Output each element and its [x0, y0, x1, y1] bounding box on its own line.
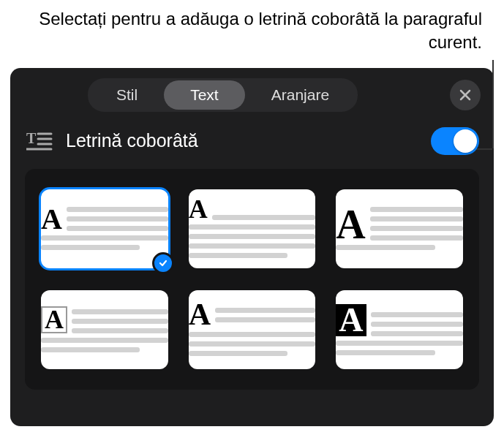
dropcap-section-icon: T	[25, 126, 54, 156]
text-line	[72, 328, 168, 333]
dropcap-glyph: A	[45, 309, 64, 330]
section-title: Letrină coborâtă	[66, 130, 198, 151]
text-line	[189, 341, 316, 347]
dropcap-style-2[interactable]: A	[189, 189, 316, 268]
text-line	[212, 215, 316, 220]
callout-leader-line	[492, 60, 494, 148]
text-line	[189, 234, 316, 239]
text-line	[370, 207, 463, 212]
text-line	[336, 341, 463, 346]
dropcap-style-1[interactable]: A	[41, 189, 168, 268]
dropcap-glyph: A	[189, 303, 211, 327]
text-line	[41, 347, 140, 352]
text-line	[370, 235, 463, 241]
text-line	[215, 308, 315, 313]
text-line	[41, 245, 140, 250]
panel-topbar: Stil Text Aranjare	[10, 68, 494, 122]
text-line	[370, 226, 463, 231]
dropcap-glyph: A	[41, 208, 62, 231]
text-line	[336, 350, 435, 355]
tab-arrange[interactable]: Aranjare	[245, 80, 356, 110]
dropcap-glyph: A	[189, 199, 208, 220]
dropcap-section-row: T Letrină coborâtă	[10, 122, 494, 169]
dropcap-toggle[interactable]	[431, 127, 479, 155]
dropcap-styles-container: A	[25, 169, 479, 390]
text-line	[189, 351, 287, 356]
text-line	[67, 216, 168, 222]
dropcap-glyph: A	[336, 209, 365, 241]
dropcap-style-3[interactable]: A	[336, 189, 463, 268]
close-button[interactable]	[450, 80, 481, 110]
dropcap-box: A	[41, 306, 67, 333]
text-line	[189, 243, 316, 249]
text-line	[371, 322, 463, 327]
text-line	[189, 332, 316, 337]
callout-annotation: Selectați pentru a adăuga o letrină cobo…	[0, 0, 504, 62]
text-line	[41, 338, 168, 343]
text-line	[215, 317, 315, 322]
text-line	[371, 312, 463, 317]
toggle-knob	[454, 129, 477, 153]
tab-text[interactable]: Text	[164, 80, 245, 110]
checkmark-icon	[158, 258, 168, 268]
selected-badge	[152, 252, 174, 274]
dropcap-glyph: A	[336, 304, 366, 336]
text-line	[72, 319, 168, 324]
text-line	[72, 309, 168, 314]
text-line	[41, 235, 168, 241]
dropcap-style-4[interactable]: A	[41, 290, 168, 369]
tab-style[interactable]: Stil	[90, 80, 164, 110]
dropcap-styles-grid: A	[41, 189, 463, 369]
text-line	[336, 245, 435, 250]
format-panel: Stil Text Aranjare T Letrină coborâtă	[10, 68, 494, 426]
text-line	[189, 224, 316, 230]
text-line	[189, 253, 287, 258]
segmented-control: Stil Text Aranjare	[88, 78, 358, 112]
text-line	[371, 331, 463, 336]
text-line	[67, 207, 168, 212]
dropcap-style-6[interactable]: A	[336, 290, 463, 369]
dropcap-style-5[interactable]: A	[189, 290, 316, 369]
close-icon	[459, 88, 472, 102]
text-line	[370, 216, 463, 222]
callout-text: Selectați pentru a adăuga o letrină cobo…	[39, 9, 482, 52]
svg-text:T: T	[26, 130, 37, 146]
text-line	[67, 226, 168, 231]
